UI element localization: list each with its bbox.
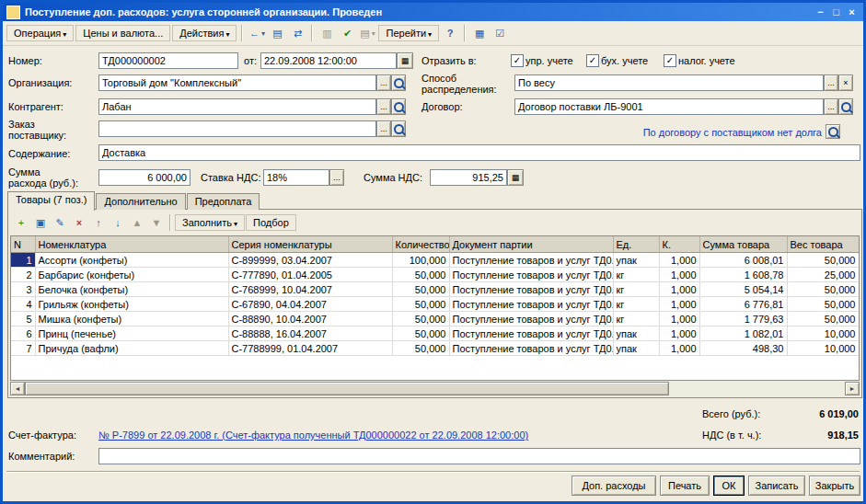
- contract-field[interactable]: Договор поставки ЛБ-9001: [514, 98, 824, 115]
- nav-back-icon[interactable]: ←▾: [248, 24, 266, 42]
- table-cell[interactable]: 50,000: [787, 253, 859, 268]
- vat-amount-field[interactable]: 915,25: [430, 169, 507, 186]
- monitor-icon[interactable]: ▦: [470, 24, 489, 42]
- table-cell[interactable]: Принц (печенье): [35, 326, 228, 341]
- table-cell[interactable]: Белочка (конфеты): [35, 282, 228, 297]
- contractor-field[interactable]: Лабан: [98, 98, 376, 115]
- actions-menu-button[interactable]: Действия▾: [172, 25, 237, 41]
- table-cell[interactable]: 6 776,81: [699, 297, 787, 312]
- table-cell[interactable]: 1,000: [659, 326, 699, 341]
- column-header[interactable]: Вес товара: [787, 236, 859, 253]
- edit-row-icon[interactable]: ✎: [51, 213, 69, 232]
- invoice-link[interactable]: № Р-7899 от 22.09.2008 г. (Счет-фактура …: [98, 430, 528, 441]
- table-cell[interactable]: 5 054,14: [699, 282, 787, 297]
- column-header[interactable]: Ед.: [613, 236, 659, 253]
- table-cell[interactable]: 50,000: [787, 282, 859, 297]
- table-cell[interactable]: С-88890, 10.04.2007: [228, 312, 392, 326]
- goto-menu-button[interactable]: Перейти▾: [378, 25, 439, 41]
- move-down-icon[interactable]: ↓: [109, 213, 127, 232]
- table-cell[interactable]: 50,000: [392, 297, 449, 312]
- ellipsis-button[interactable]: ...: [376, 98, 391, 115]
- move-up-icon[interactable]: ↑: [89, 213, 108, 232]
- ellipsis-button[interactable]: ...: [824, 98, 838, 115]
- add-row-icon[interactable]: +: [12, 213, 30, 232]
- table-cell[interactable]: Барбарис (конфеты): [35, 268, 228, 282]
- table-cell[interactable]: 50,000: [392, 341, 449, 356]
- tab-goods[interactable]: Товары (7 поз.): [7, 191, 95, 211]
- table-cell[interactable]: 1,000: [659, 341, 699, 356]
- table-cell[interactable]: 2: [11, 268, 35, 282]
- ellipsis-button[interactable]: ...: [376, 120, 391, 137]
- column-header[interactable]: К.: [659, 236, 699, 253]
- table-cell[interactable]: Поступление товаров и услуг ТД0...: [449, 341, 613, 356]
- table-cell[interactable]: Поступление товаров и услуг ТД0...: [449, 282, 613, 297]
- table-cell[interactable]: упак: [613, 341, 659, 356]
- help-icon[interactable]: ?: [441, 24, 459, 42]
- sort-desc-icon[interactable]: ▼: [147, 213, 166, 232]
- number-field[interactable]: ТД000000002: [98, 52, 238, 69]
- column-header[interactable]: Номенклатура: [35, 236, 228, 253]
- table-row[interactable]: 7Причуда (вафли)С-7788999, 01.04.200750,…: [11, 341, 859, 356]
- no-debt-link[interactable]: По договору с поставщиком нет долга: [481, 127, 822, 138]
- table-cell[interactable]: 3: [11, 282, 35, 297]
- save-button[interactable]: Записать: [748, 475, 805, 496]
- set-flags-icon[interactable]: ☑: [491, 24, 509, 42]
- clear-icon[interactable]: ×: [838, 74, 853, 91]
- calendar-icon[interactable]: ▦: [397, 52, 413, 69]
- ellipsis-button[interactable]: ...: [376, 74, 391, 91]
- table-cell[interactable]: 1,000: [659, 312, 699, 326]
- table-cell[interactable]: С-88888, 16.04.2007: [228, 326, 392, 341]
- table-cell[interactable]: 50,000: [392, 312, 449, 326]
- table-cell[interactable]: 50,000: [787, 297, 859, 312]
- table-cell[interactable]: 6 008,01: [699, 253, 787, 268]
- date-field[interactable]: 22.09.2008 12:00:00: [260, 52, 397, 69]
- reread-icon[interactable]: ⇄: [288, 24, 306, 42]
- table-cell[interactable]: 498,30: [699, 341, 787, 356]
- table-cell[interactable]: 50,000: [787, 312, 859, 326]
- magnifier-icon[interactable]: [391, 74, 406, 91]
- table-cell[interactable]: упак: [613, 253, 659, 268]
- table-cell[interactable]: Поступление товаров и услуг ТД0...: [449, 326, 613, 341]
- expense-amount-field[interactable]: 6 000,00: [98, 169, 191, 186]
- ellipsis-button[interactable]: ...: [329, 169, 344, 186]
- horizontal-scrollbar[interactable]: ◄ ►: [10, 382, 860, 395]
- minimize-button[interactable]: −: [813, 6, 828, 17]
- table-cell[interactable]: Поступление товаров и услуг ТД0...: [449, 297, 613, 312]
- table-cell[interactable]: 50,000: [392, 268, 449, 282]
- table-cell[interactable]: 1 779,63: [699, 312, 787, 326]
- table-cell[interactable]: 1 082,01: [699, 326, 787, 341]
- table-row[interactable]: 2Барбарис (конфеты)С-777890, 01.04.20055…: [11, 268, 859, 282]
- table-cell[interactable]: кг: [613, 297, 659, 312]
- table-cell[interactable]: Причуда (вафли): [35, 341, 228, 356]
- operation-menu-button[interactable]: Операция▾: [6, 25, 74, 41]
- table-cell[interactable]: 6: [11, 326, 35, 341]
- delete-row-icon[interactable]: ×: [70, 213, 88, 232]
- ellipsis-button[interactable]: ...: [824, 74, 838, 91]
- checkbox-tax-accounting[interactable]: ✓: [664, 54, 676, 67]
- close-window-button[interactable]: Закрыть: [809, 475, 860, 496]
- table-cell[interactable]: 100,000: [392, 253, 449, 268]
- table-cell[interactable]: С-899999, 03.04.2007: [228, 253, 392, 268]
- column-header[interactable]: Количество: [392, 236, 449, 253]
- table-cell[interactable]: 10,000: [787, 326, 859, 341]
- maximize-button[interactable]: □: [828, 6, 844, 17]
- table-cell[interactable]: кг: [613, 312, 659, 326]
- table-cell[interactable]: 1,000: [659, 297, 699, 312]
- magnifier-icon[interactable]: [391, 98, 406, 115]
- table-cell[interactable]: Поступление товаров и услуг ТД0...: [449, 312, 613, 326]
- copy-document-icon[interactable]: ▥: [318, 24, 336, 42]
- scrollbar-thumb[interactable]: [25, 382, 669, 395]
- table-row[interactable]: 3Белочка (конфеты)С-768999, 10.04.200750…: [11, 282, 859, 297]
- table-row[interactable]: 6Принц (печенье)С-88888, 16.04.200750,00…: [11, 326, 859, 341]
- table-cell[interactable]: С-777890, 01.04.2005: [228, 268, 392, 282]
- table-row[interactable]: 5Мишка (конфеты)С-88890, 10.04.200750,00…: [11, 312, 859, 326]
- table-cell[interactable]: Мишка (конфеты): [35, 312, 228, 326]
- table-cell[interactable]: 25,000: [787, 268, 859, 282]
- tab-prepayment[interactable]: Предоплата: [187, 193, 260, 210]
- table-cell[interactable]: 50,000: [392, 282, 449, 297]
- organization-field[interactable]: Торговый дом "Комплексный": [98, 74, 376, 91]
- table-cell[interactable]: кг: [613, 282, 659, 297]
- scroll-right-icon[interactable]: ►: [845, 382, 860, 395]
- table-cell[interactable]: 10,000: [787, 341, 859, 356]
- print-button[interactable]: Печать: [660, 475, 710, 496]
